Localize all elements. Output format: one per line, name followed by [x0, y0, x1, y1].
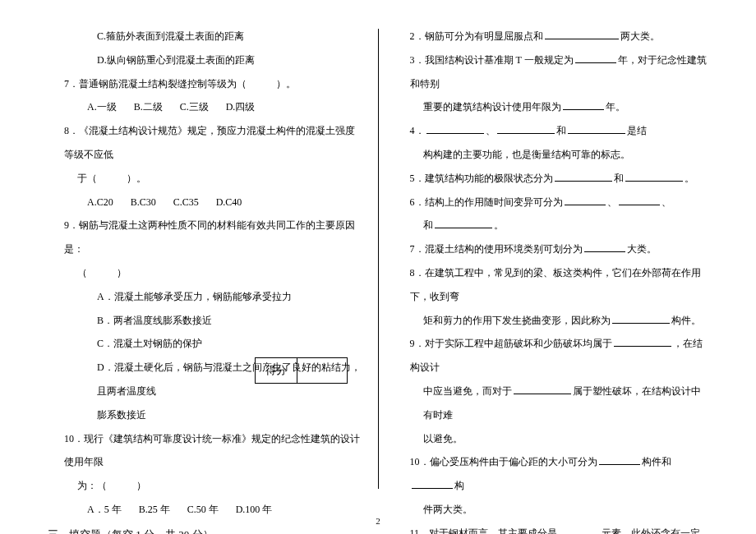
blank[interactable]	[563, 99, 604, 110]
blank[interactable]	[426, 122, 484, 134]
fill-4c: 和	[556, 125, 566, 136]
q9-opt-d2: 膨系数接近	[48, 403, 363, 427]
blank[interactable]	[412, 477, 453, 489]
score-box: 得分	[255, 357, 348, 384]
fill-3d: 年。	[606, 101, 625, 113]
q8-opt-c: C.C35	[173, 196, 199, 208]
fill-6d: 和。	[394, 214, 709, 237]
q10-options: A．5 年 B.25 年 C.50 年 D.100 年	[48, 498, 363, 522]
q8-stem: 8．《混凝土结构设计规范》规定，预应力混凝土构件的混凝土强度等级不应低	[48, 119, 363, 167]
blank[interactable]	[545, 28, 619, 39]
q9-opt-c: C．混凝土对钢筋的保护	[48, 332, 363, 356]
q10-stem-b: 为：（ ）	[48, 474, 363, 498]
exam-page: C.箍筋外表面到混凝土表面的距离 D.纵向钢筋重心到混凝土表面的距离 7．普通钢…	[0, 0, 756, 534]
fill-9c: 中应当避免，而对于属于塑性破坏，在结构设计中有时难	[394, 380, 709, 427]
fill-7a: 7．混凝土结构的使用环境类别可划分为	[410, 243, 583, 255]
q8-opt-d: D.C40	[216, 196, 242, 208]
fill-9: 9．对于实际工程中超筋破坏和少筋破坏均属于，在结构设计	[394, 332, 709, 380]
fill-3a: 3．我国结构设计基准期 T 一般规定为	[410, 54, 574, 66]
fill-4: 4．、和是结	[394, 119, 709, 143]
q10-opt-b: B.25 年	[139, 504, 170, 515]
score-label: 得分	[256, 358, 297, 383]
fill-5b: 和	[614, 173, 624, 184]
fill-6b: 、	[607, 196, 617, 208]
q10-stem: 10．现行《建筑结构可靠度设计统一标准》规定的纪念性建筑的设计使用年限	[48, 427, 363, 475]
fill-8: 8．在建筑工程中，常见到的梁、板这类构件，它们在外部荷在作用下，收到弯	[394, 261, 709, 309]
blank[interactable]	[568, 122, 625, 134]
q7-opt-b: B.二级	[134, 101, 163, 113]
fill-7: 7．混凝土结构的使用环境类别可划分为大类。	[394, 237, 709, 261]
fill-5a: 5．建筑结构功能的极限状态分为	[410, 173, 553, 184]
fill-10d: 件两大类。	[394, 498, 709, 522]
score-value[interactable]	[297, 358, 347, 383]
q9-stem: 9．钢筋与混凝土这两种性质不同的材料能有效共同工作的主要原因是：	[48, 214, 363, 261]
blank[interactable]	[559, 525, 600, 534]
blank[interactable]	[614, 335, 671, 347]
q8-opt-a: A.C20	[87, 196, 113, 208]
fill-5: 5．建筑结构功能的极限状态分为和。	[394, 167, 709, 191]
fill-6e: 。	[494, 219, 504, 231]
blank[interactable]	[575, 52, 616, 63]
fill-8c: 构件。	[671, 315, 701, 326]
q7-stem: 7．普通钢筋混凝土结构裂缝控制等级为（ ）。	[48, 72, 363, 96]
q7-options: A.一级 B.二级 C.三级 D.四级	[48, 95, 363, 119]
left-column: C.箍筋外表面到混凝土表面的距离 D.纵向钢筋重心到混凝土表面的距离 7．普通钢…	[33, 25, 378, 518]
q7-opt-d: D.四级	[226, 101, 256, 113]
fill-4e: 构构建的主要功能，也是衡量结构可靠的标志。	[394, 143, 709, 167]
right-column: 2．钢筋可分为有明显屈服点和两大类。 3．我国结构设计基准期 T 一般规定为年，…	[379, 25, 724, 518]
blank[interactable]	[514, 383, 571, 394]
fill-9a: 9．对于实际工程中超筋破坏和少筋破坏均属于	[410, 338, 612, 349]
fill-11a: 11．对于钢材而言，其主要成分是	[410, 527, 558, 534]
blank[interactable]	[625, 170, 683, 182]
fill-5c: 。	[685, 173, 694, 184]
q9-opt-a: A．混凝土能够承受压力，钢筋能够承受拉力	[48, 285, 363, 309]
q7-opt-a: A.一级	[87, 101, 117, 113]
q6-option-d: D.纵向钢筋重心到混凝土表面的距离	[48, 48, 363, 72]
fill-10a: 10．偏心受压构件由于偏心距的大小可分为	[410, 456, 597, 467]
fill-6d-text: 和	[423, 219, 433, 231]
section-3-heading: 三、填空题（每空 1 分，共 20 分）	[48, 522, 363, 534]
fill-3c: 重要的建筑结构设计使用年限为年。	[394, 95, 709, 119]
blank[interactable]	[435, 217, 492, 228]
fill-10: 10．偏心受压构件由于偏心距的大小可分为构件和构	[394, 450, 709, 498]
q6-option-c: C.箍筋外表面到混凝土表面的距离	[48, 25, 363, 48]
q8-opt-b: B.C30	[131, 196, 156, 208]
fill-2: 2．钢筋可分为有明显屈服点和两大类。	[394, 25, 709, 48]
fill-4a: 4．	[410, 125, 425, 136]
blank[interactable]	[584, 241, 625, 252]
fill-8b: 矩和剪力的作用下发生挠曲变形，因此称为构件。	[394, 309, 709, 333]
fill-4d: 是结	[627, 125, 647, 136]
fill-9c-text: 中应当避免，而对于	[423, 385, 512, 397]
q8-options: A.C20 B.C30 C.C35 D.C40	[48, 191, 363, 214]
q10-opt-a: A．5 年	[87, 504, 122, 515]
fill-2b: 两大类。	[620, 30, 660, 42]
fill-6c: 、	[662, 196, 671, 208]
fill-8b-text: 矩和剪力的作用下发生挠曲变形，因此称为	[423, 315, 611, 326]
blank[interactable]	[555, 170, 612, 182]
q10-opt-c: C.50 年	[187, 504, 219, 515]
fill-7b: 大类。	[627, 243, 657, 255]
blank[interactable]	[612, 312, 670, 324]
fill-9e: 以避免。	[394, 427, 709, 451]
fill-11: 11．对于钢材而言，其主要成分是元素，此外还含有一定量的	[394, 522, 709, 534]
fill-3: 3．我国结构设计基准期 T 一般规定为年，对于纪念性建筑和特别	[394, 48, 709, 96]
blank[interactable]	[565, 194, 606, 205]
page-number: 2	[376, 516, 380, 526]
fill-2a: 2．钢筋可分为有明显屈服点和	[410, 30, 543, 42]
q8-stem-b: 于（ ）。	[48, 167, 363, 191]
blank[interactable]	[497, 122, 555, 134]
fill-3c-text: 重要的建筑结构设计使用年限为	[423, 101, 561, 113]
q10-opt-d: D.100 年	[236, 504, 273, 515]
fill-10c: 构	[454, 480, 464, 491]
fill-4b: 、	[486, 125, 496, 136]
blank[interactable]	[619, 194, 660, 205]
q9-opt-b: B．两者温度线膨系数接近	[48, 309, 363, 333]
fill-10b: 构件和	[642, 456, 671, 467]
q7-opt-c: C.三级	[180, 101, 209, 113]
q9-stem-b: （ ）	[48, 261, 363, 285]
fill-6: 6．结构上的作用随时间变异可分为、、	[394, 191, 709, 214]
blank[interactable]	[599, 453, 640, 465]
fill-6a: 6．结构上的作用随时间变异可分为	[410, 196, 563, 208]
